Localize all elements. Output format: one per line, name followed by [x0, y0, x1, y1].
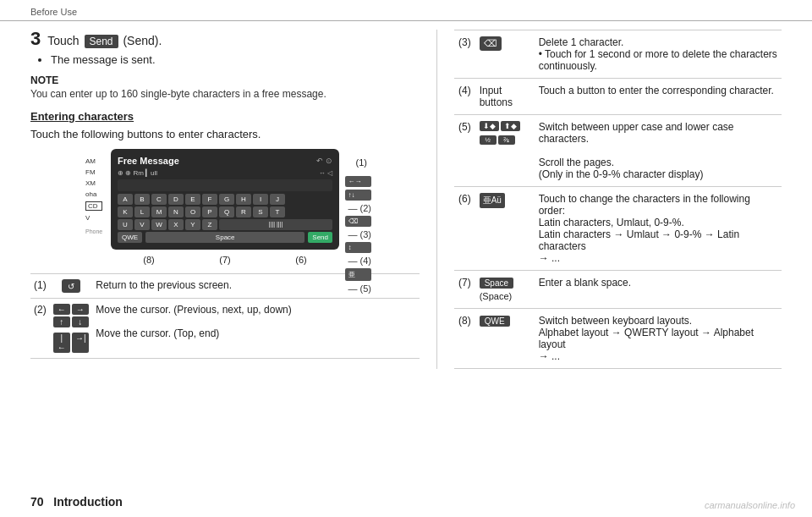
kbd-top-icon: ↶ ⊙	[316, 157, 332, 165]
right-row-8: (8) QWE Switch between keyboard layouts.…	[454, 309, 782, 369]
right-desc-4: Touch a button to enter the correspondin…	[535, 79, 782, 115]
desc-icon-1: ↺	[50, 274, 93, 299]
callout-4-label: — (4)	[348, 256, 372, 266]
callout-6: (6)	[295, 255, 306, 265]
right-num-7: (7)	[454, 271, 475, 309]
kbd-status: ⊕ ⊕ Rm ▎ull	[118, 169, 157, 177]
kbd-title: Free Message	[118, 156, 179, 166]
desc-num-2: (2)	[30, 299, 50, 359]
page-down-icon: ½	[480, 135, 497, 145]
kbd-row-1: A B C D E F G H I J	[118, 194, 332, 205]
kbd-row-3: U V W X Y Z |||| ||||	[118, 219, 332, 230]
send-badge: Send	[85, 35, 118, 48]
scroll-icons: ½ ²⁄₂	[480, 135, 530, 145]
right-icon-3: ⌫	[475, 30, 535, 79]
callout-3-label: — (3)	[348, 229, 372, 239]
delete-note: • Touch for 1 second or more to delete t…	[539, 48, 777, 72]
right-desc-table: (3) ⌫ Delete 1 character. • Touch for 1 …	[454, 30, 782, 369]
side-btn-1: ←→	[345, 176, 372, 187]
footer-section: Introduction	[53, 495, 123, 509]
upper-case-icon: ⬆◆	[501, 121, 520, 131]
desc-row-2: (2) ← → ↑ ↓	[30, 299, 420, 359]
section-title: Entering characters	[30, 110, 420, 123]
arrow-row-3: |← →|	[53, 333, 90, 353]
page-header: Before Use	[0, 0, 812, 21]
section-desc: Touch the following buttons to enter cha…	[30, 128, 420, 140]
lower-case-icon: ⬇◆	[480, 121, 499, 131]
home-icon: |←	[53, 333, 70, 353]
arrow-row-1: ← →	[53, 304, 90, 315]
bullet-item: The message is sent.	[51, 53, 420, 66]
right-row-4: (4) Input buttons Touch a button to ente…	[454, 79, 782, 115]
kbd-screen: AMFMXMohaCDV Phone Free Message ↶ ⊙ ⊕ ⊕ …	[111, 149, 339, 250]
step-number: 3	[30, 30, 41, 48]
kbd-bottom-bar: QWE Space Send	[118, 232, 332, 243]
note-label: NOTE	[30, 74, 420, 86]
right-arrow-icon: →	[72, 304, 89, 315]
delete-icon: ⌫	[480, 36, 502, 51]
right-icon-5: ⬇◆ ⬆◆ ½ ²⁄₂	[475, 115, 535, 187]
right-row-3: (3) ⌫ Delete 1 character. • Touch for 1 …	[454, 30, 782, 79]
arrow-row-2: ↑ ↓	[53, 316, 90, 327]
right-icon-6: 亜Aü	[475, 187, 535, 271]
step-header: 3 Touch Send (Send).	[30, 30, 420, 48]
side-btn-2: ↑↓	[345, 190, 372, 201]
bottom-callouts: (8) (7) (6)	[111, 255, 339, 265]
end-icon: →|	[72, 333, 89, 353]
step-bullets: The message is sent.	[51, 53, 420, 66]
scroll-desc: Scroll the pages.(Only in the 0-9-% char…	[539, 157, 704, 180]
up-arrow-icon: ↑	[53, 316, 70, 327]
side-btn-4: ↕	[345, 242, 372, 253]
right-desc-7: Enter a blank space.	[535, 271, 782, 309]
desc-icon-2: ← → ↑ ↓ |← →|	[50, 299, 93, 359]
right-desc-6: Touch to change the characters in the fo…	[535, 187, 782, 271]
right-desc-5: Switch between upper case and lower case…	[535, 115, 782, 187]
right-column: (3) ⌫ Delete 1 character. • Touch for 1 …	[436, 30, 782, 369]
left-arrow-icon: ←	[53, 304, 70, 315]
right-icon-7: Space (Space)	[475, 271, 535, 309]
right-row-6: (6) 亜Aü Touch to change the characters i…	[454, 187, 782, 271]
page-footer: 70 Introduction	[30, 495, 123, 509]
right-desc-3: Delete 1 character. • Touch for 1 second…	[535, 30, 782, 79]
kbd-status-bar: ⊕ ⊕ Rm ▎ull ↔ ◁	[118, 169, 332, 177]
scroll-row: ½ ²⁄₂	[480, 135, 530, 145]
right-num-3: (3)	[454, 30, 475, 79]
side-btn-3: ⌫	[345, 216, 372, 227]
desc-text-2b: Move the cursor. (Top, end)	[96, 327, 219, 339]
left-column: 3 Touch Send (Send). The message is sent…	[30, 30, 436, 369]
space-icon: Space	[480, 278, 513, 289]
page-up-icon: ²⁄₂	[498, 135, 515, 145]
kbd-row-2: K L M N O P Q R S T	[118, 206, 332, 217]
case-row-1: ⬇◆ ⬆◆	[480, 121, 530, 131]
right-num-6: (6)	[454, 187, 475, 271]
space-btn: Space	[145, 232, 304, 243]
right-row-5: (5) ⬇◆ ⬆◆ ½ ²⁄₂	[454, 115, 782, 187]
note-text: You can enter up to 160 single-byte char…	[30, 88, 420, 100]
input-buttons-label: Input buttons	[480, 85, 513, 108]
side-btn-5: 亜	[345, 268, 372, 281]
callout-8: (8)	[143, 255, 154, 265]
down-arrow-icon: ↓	[72, 316, 89, 327]
callout-5-label: — (5)	[348, 283, 372, 294]
callout-7: (7)	[219, 255, 230, 265]
char-order-icon: 亜Aü	[480, 193, 505, 208]
note-block: NOTE You can enter up to 160 single-byte…	[30, 74, 420, 100]
qwe-btn: QWE	[118, 232, 142, 243]
kbd-text-field	[118, 179, 332, 191]
right-num-4: (4)	[454, 79, 475, 115]
watermark: carmanualsonline.info	[705, 500, 795, 510]
step-text: Touch Send (Send).	[47, 34, 162, 48]
right-icon-4: Input buttons	[475, 79, 535, 115]
right-desc-8: Switch between keyboard layouts. Alphabe…	[535, 309, 782, 369]
case-switch-icons: ⬇◆ ⬆◆ ½ ²⁄₂	[480, 121, 530, 145]
space-label: (Space)	[480, 291, 513, 301]
header-title: Before Use	[30, 7, 77, 17]
arrow-icons: ← → ↑ ↓ |← →|	[53, 304, 90, 353]
callout-1: (1)	[356, 157, 367, 168]
case-switch-desc: Switch between upper case and lower case…	[539, 121, 734, 145]
right-num-8: (8)	[454, 309, 475, 369]
qwe-layout-icon: QWE	[480, 316, 510, 327]
kbd-signal: ↔ ◁	[319, 169, 332, 177]
kbd-side-nav: ←→ ↑↓ — (2) ⌫ — (3) ↕ — (4) 亜 — (5)	[345, 176, 372, 294]
desc-text-2a: Move the cursor. (Previous, next, up, do…	[96, 304, 291, 316]
